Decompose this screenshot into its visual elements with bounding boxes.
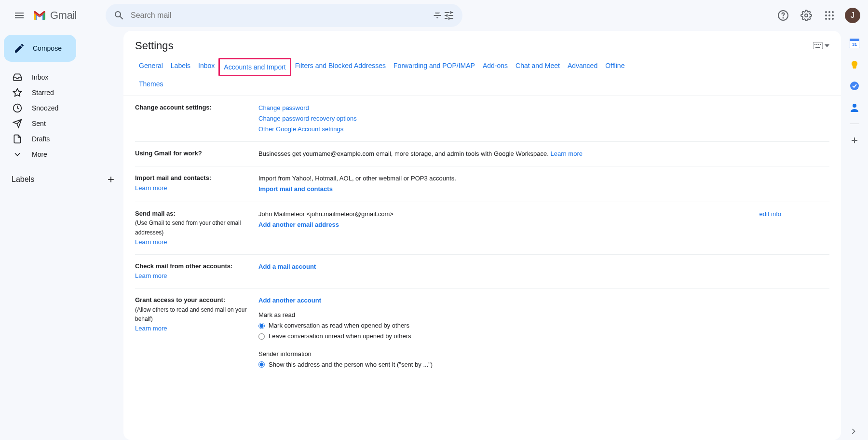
radio-label: Mark conversation as read when opened by… bbox=[269, 320, 409, 331]
tab-forwarding[interactable]: Forwarding and POP/IMAP bbox=[390, 58, 479, 76]
svg-rect-24 bbox=[815, 47, 820, 48]
svg-rect-19 bbox=[813, 42, 823, 49]
sidebar-item-more[interactable]: More bbox=[0, 147, 123, 162]
svg-text:31: 31 bbox=[852, 42, 857, 47]
tab-advanced[interactable]: Advanced bbox=[564, 58, 601, 76]
clock-icon bbox=[13, 103, 22, 113]
section-subtext: (Use Gmail to send from your other email… bbox=[135, 219, 258, 237]
tab-chat-meet[interactable]: Chat and Meet bbox=[512, 58, 564, 76]
side-panel-toggle[interactable] bbox=[849, 426, 858, 436]
get-addons-icon[interactable] bbox=[850, 136, 859, 145]
radio-mark-read[interactable] bbox=[258, 323, 265, 329]
svg-point-2 bbox=[783, 18, 784, 18]
tab-offline[interactable]: Offline bbox=[601, 58, 628, 76]
link-add-mail-account[interactable]: Add a mail account bbox=[258, 263, 316, 270]
svg-rect-20 bbox=[814, 44, 815, 45]
link-add-account[interactable]: Add another account bbox=[258, 297, 321, 304]
account-avatar[interactable]: J bbox=[845, 8, 860, 23]
settings-tabs: General Labels Inbox Accounts and Import… bbox=[123, 58, 841, 96]
section-using-work: Using Gmail for work? Businesses get you… bbox=[135, 142, 829, 166]
nav-label: Starred bbox=[32, 89, 54, 96]
file-icon bbox=[13, 134, 22, 144]
section-heading: Send mail as: bbox=[135, 209, 258, 219]
sidebar-item-sent[interactable]: Sent bbox=[0, 116, 123, 131]
dropdown-arrow-icon bbox=[825, 44, 829, 47]
search-input[interactable] bbox=[131, 11, 432, 20]
sidebar-item-inbox[interactable]: Inbox bbox=[0, 69, 123, 85]
section-send-mail-as: Send mail as: (Use Gmail to send from yo… bbox=[135, 202, 829, 255]
apps-button[interactable] bbox=[820, 6, 839, 25]
calendar-app-icon[interactable]: 31 bbox=[850, 39, 859, 48]
mark-read-header: Mark as read bbox=[258, 310, 829, 320]
radio-leave-unread[interactable] bbox=[258, 333, 265, 340]
section-heading: Import mail and contacts: bbox=[135, 173, 258, 183]
link-add-email[interactable]: Add another email address bbox=[258, 221, 339, 228]
main-menu-button[interactable] bbox=[8, 4, 31, 27]
svg-point-30 bbox=[853, 104, 856, 108]
tab-themes[interactable]: Themes bbox=[135, 76, 167, 92]
svg-rect-26 bbox=[850, 39, 859, 41]
hamburger-icon bbox=[14, 10, 25, 21]
svg-point-6 bbox=[832, 11, 834, 13]
compose-label: Compose bbox=[33, 44, 62, 52]
search-bar[interactable] bbox=[106, 4, 462, 27]
keep-app-icon[interactable] bbox=[850, 60, 859, 69]
tab-addons[interactable]: Add-ons bbox=[479, 58, 512, 76]
svg-point-12 bbox=[832, 18, 834, 20]
section-heading: Grant access to your account: bbox=[135, 295, 258, 305]
svg-rect-22 bbox=[818, 44, 819, 45]
gmail-logo[interactable]: Gmail bbox=[33, 9, 77, 22]
link-learn-more-check[interactable]: Learn more bbox=[135, 272, 167, 279]
link-other-settings[interactable]: Other Google Account settings bbox=[258, 125, 343, 133]
link-change-password[interactable]: Change password bbox=[258, 104, 309, 111]
link-import-mail[interactable]: Import mail and contacts bbox=[258, 185, 333, 192]
sender-info-header: Sender information bbox=[258, 349, 829, 359]
settings-button[interactable] bbox=[797, 6, 816, 25]
radio-label: Show this address and the person who sen… bbox=[269, 359, 433, 370]
tab-labels[interactable]: Labels bbox=[167, 58, 194, 76]
tune-icon[interactable] bbox=[443, 10, 455, 21]
radio-show-address[interactable] bbox=[258, 361, 265, 368]
link-change-recovery[interactable]: Change password recovery options bbox=[258, 115, 357, 122]
input-tools-dropdown[interactable] bbox=[813, 42, 829, 49]
section-text: Businesses get yourname@example.com emai… bbox=[258, 150, 550, 157]
search-options-icon[interactable] bbox=[432, 10, 443, 21]
contacts-app-icon[interactable] bbox=[850, 102, 859, 112]
sidebar-item-snoozed[interactable]: Snoozed bbox=[0, 100, 123, 116]
nav-label: More bbox=[32, 151, 47, 158]
section-text: Import from Yahoo!, Hotmail, AOL, or oth… bbox=[258, 173, 829, 184]
tab-inbox[interactable]: Inbox bbox=[194, 58, 218, 76]
tab-accounts-import[interactable]: Accounts and Import bbox=[218, 58, 291, 76]
gmail-logo-text: Gmail bbox=[50, 9, 77, 22]
settings-body[interactable]: Change account settings: Change password… bbox=[123, 96, 841, 440]
svg-point-4 bbox=[825, 11, 827, 13]
support-button[interactable] bbox=[773, 6, 793, 25]
header: Gmail J bbox=[0, 0, 868, 31]
nav-label: Inbox bbox=[32, 73, 48, 81]
tab-general[interactable]: General bbox=[135, 58, 167, 76]
tasks-app-icon[interactable] bbox=[850, 81, 859, 91]
link-learn-more-workspace[interactable]: Learn more bbox=[550, 150, 582, 157]
help-icon bbox=[777, 10, 789, 21]
main-panel: Settings General Labels Inbox Accounts a… bbox=[123, 31, 841, 440]
section-heading: Check mail from other accounts: bbox=[135, 261, 258, 272]
link-edit-info[interactable]: edit info bbox=[759, 209, 781, 220]
sidebar-item-starred[interactable]: Starred bbox=[0, 85, 123, 100]
link-learn-more-import[interactable]: Learn more bbox=[135, 184, 167, 192]
svg-rect-28 bbox=[853, 68, 856, 69]
page-title: Settings bbox=[135, 40, 174, 52]
link-learn-more-grant[interactable]: Learn more bbox=[135, 325, 167, 332]
chevron-down-icon bbox=[13, 150, 22, 159]
gear-icon bbox=[800, 10, 812, 21]
compose-button[interactable]: Compose bbox=[4, 35, 76, 62]
keyboard-icon bbox=[813, 42, 823, 49]
link-learn-more-sendas[interactable]: Learn more bbox=[135, 238, 167, 246]
inbox-icon bbox=[13, 72, 22, 82]
tab-filters[interactable]: Filters and Blocked Addresses bbox=[291, 58, 390, 76]
sidebar-item-drafts[interactable]: Drafts bbox=[0, 131, 123, 147]
radio-label: Leave conversation unread when opened by… bbox=[269, 331, 411, 342]
send-icon bbox=[13, 119, 22, 128]
gmail-logo-icon bbox=[33, 10, 46, 21]
plus-icon[interactable] bbox=[106, 175, 116, 184]
svg-point-10 bbox=[825, 18, 827, 20]
